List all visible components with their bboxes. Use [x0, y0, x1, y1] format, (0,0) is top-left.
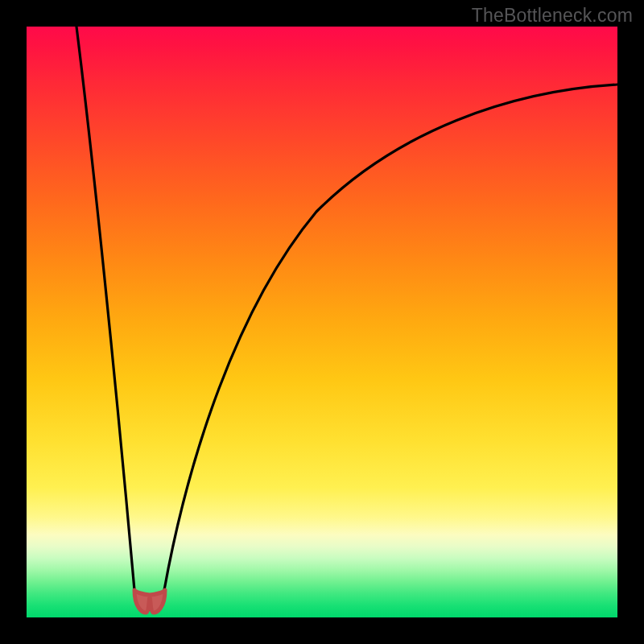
background-gradient: [27, 27, 617, 617]
plot-area: [27, 27, 617, 617]
watermark-text: TheBottleneck.com: [472, 5, 633, 27]
chart-frame: TheBottleneck.com: [0, 0, 644, 644]
